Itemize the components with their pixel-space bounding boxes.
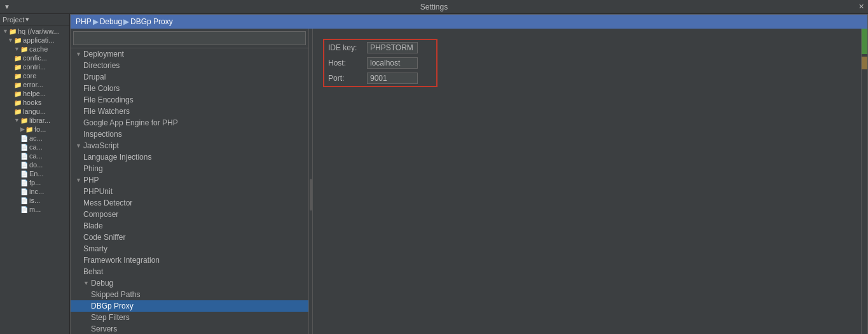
tree-item-core[interactable]: 📁 core xyxy=(0,71,69,80)
nav-item-label: PHP xyxy=(83,176,99,184)
tree-item-label: librar... xyxy=(29,116,50,124)
tree-item-inc[interactable]: 📄 inc... xyxy=(0,187,69,196)
tree-item-cache[interactable]: ▼ 📁 cache xyxy=(0,45,69,53)
nav-item-dbgp-proxy[interactable]: DBGp Proxy xyxy=(71,300,308,312)
tree-item-ac[interactable]: 📄 ac... xyxy=(0,134,69,143)
nav-item-behat[interactable]: Behat xyxy=(71,266,308,277)
nav-item-javascript[interactable]: ▼ JavaScript xyxy=(71,140,308,151)
nav-item-phpunit[interactable]: PHPUnit xyxy=(71,186,308,197)
nav-item-smarty[interactable]: Smarty xyxy=(71,243,308,254)
nav-item-drupal[interactable]: Drupal xyxy=(71,71,308,83)
nav-item-inspections[interactable]: Inspections xyxy=(71,129,308,140)
nav-item-google-app-engine[interactable]: Google App Engine for PHP xyxy=(71,117,308,129)
window-title: Settings xyxy=(420,3,448,11)
right-accent-bar xyxy=(861,29,867,334)
nav-item-label: JavaScript xyxy=(83,141,119,150)
folder-icon: 📁 xyxy=(20,46,28,53)
breadcrumb-debug: Debug xyxy=(100,17,122,26)
host-label: Host: xyxy=(328,59,363,67)
main-layout: Project ▾ ▼ 📁 hq (/var/ww... ▼ 📁 applica… xyxy=(0,14,868,334)
nav-item-label: Phing xyxy=(83,164,103,173)
nav-item-deployment[interactable]: ▼ Deployment xyxy=(71,48,308,60)
expand-icon: ▼ xyxy=(76,143,81,149)
nav-item-debug[interactable]: ▼ Debug xyxy=(71,277,308,289)
settings-dialog: PHP ▶ Debug ▶ DBGp Proxy 🔍 xyxy=(70,14,868,334)
nav-item-label: Language Injections xyxy=(83,153,151,162)
tree-item-ca2[interactable]: 📄 ca... xyxy=(0,151,69,160)
nav-item-directories[interactable]: Directories xyxy=(71,60,308,71)
tree-item-langu[interactable]: 📁 langu... xyxy=(0,107,69,116)
nav-item-label: File Watchers xyxy=(83,107,130,116)
tree-item-label: m... xyxy=(29,205,41,213)
tree-item-helpe[interactable]: 📁 helpe... xyxy=(0,89,69,98)
nav-item-label: Framework Integration xyxy=(83,256,160,265)
tree-item-do[interactable]: 📄 do... xyxy=(0,160,69,169)
nav-scrollbar[interactable] xyxy=(309,29,313,334)
project-label: Project xyxy=(3,16,24,24)
nav-item-servers[interactable]: Servers xyxy=(71,323,308,334)
nav-item-label: Debug xyxy=(91,279,113,288)
folder-icon: 📁 xyxy=(9,28,17,35)
nav-item-php[interactable]: ▼ PHP xyxy=(71,174,308,186)
tree-item-ca1[interactable]: 📄 ca... xyxy=(0,143,69,151)
nav-item-framework-integration[interactable]: Framework Integration xyxy=(71,254,308,266)
expand-arrow-icon: ▶ xyxy=(20,126,25,132)
search-wrapper: 🔍 xyxy=(73,31,306,45)
nav-tree: ▼ Deployment Directories Drupal File Col… xyxy=(71,48,308,334)
nav-item-phing[interactable]: Phing xyxy=(71,163,308,174)
collapse-controls: ▼ xyxy=(0,0,14,13)
nav-item-composer[interactable]: Composer xyxy=(71,209,308,220)
search-box: 🔍 xyxy=(71,29,308,48)
tree-item-en[interactable]: 📄 En... xyxy=(0,169,69,178)
ide-key-value[interactable]: PHPSTORM xyxy=(367,42,418,53)
nav-item-label: Composer xyxy=(83,210,118,219)
search-input[interactable] xyxy=(73,31,306,45)
host-value[interactable]: localhost xyxy=(367,57,418,69)
tree-item-label: cache xyxy=(29,45,48,53)
nav-item-label: Blade xyxy=(83,221,103,230)
nav-item-file-watchers[interactable]: File Watchers xyxy=(71,106,308,117)
file-icon: 📄 xyxy=(20,135,28,142)
nav-item-label: Mess Detector xyxy=(83,198,132,207)
project-dropdown[interactable]: Project ▾ xyxy=(3,15,29,24)
nav-item-mess-detector[interactable]: Mess Detector xyxy=(71,197,308,209)
nav-item-label: Inspections xyxy=(83,130,122,139)
nav-item-language-injections[interactable]: Language Injections xyxy=(71,151,308,163)
file-icon: 📄 xyxy=(20,162,28,169)
port-row: Port: 9001 xyxy=(324,71,436,86)
nav-item-skipped-paths[interactable]: Skipped Paths xyxy=(71,289,308,300)
collapse-button[interactable]: ▼ xyxy=(0,0,14,14)
tree-item-label: is... xyxy=(29,197,40,204)
tree-item-label: helpe... xyxy=(23,90,46,97)
tree-item-m[interactable]: 📄 m... xyxy=(0,205,69,214)
accent-block-green xyxy=(862,29,867,54)
tree-item-librar[interactable]: ▼ 📁 librar... xyxy=(0,116,69,125)
tree-item-label: error... xyxy=(23,81,43,88)
nav-item-blade[interactable]: Blade xyxy=(71,220,308,232)
tree-item-is[interactable]: 📄 is... xyxy=(0,196,69,205)
port-value[interactable]: 9001 xyxy=(367,73,418,84)
tree-item-fo[interactable]: ▶ 📁 fo... xyxy=(0,125,69,134)
nav-item-file-encodings[interactable]: File Encodings xyxy=(71,94,308,106)
tree-item-hooks[interactable]: 📁 hooks xyxy=(0,98,69,107)
breadcrumb: PHP ▶ Debug ▶ DBGp Proxy xyxy=(71,15,867,29)
tree-item-hq[interactable]: ▼ 📁 hq (/var/ww... xyxy=(0,27,69,36)
tree-item-fp[interactable]: 📄 fp... xyxy=(0,178,69,187)
close-button[interactable]: ✕ xyxy=(854,0,868,14)
nav-item-file-colors[interactable]: File Colors xyxy=(71,83,308,94)
nav-item-label: DBGp Proxy xyxy=(91,302,134,310)
folder-icon: 📁 xyxy=(25,126,33,133)
tree-item-appli[interactable]: ▼ 📁 applicati... xyxy=(0,36,69,45)
nav-item-code-sniffer[interactable]: Code Sniffer xyxy=(71,232,308,243)
tree-item-label: ac... xyxy=(29,134,43,142)
tree-item-label: hq (/var/ww... xyxy=(18,27,59,35)
nav-item-label: Step Filters xyxy=(91,313,130,322)
tree-item-error[interactable]: 📁 error... xyxy=(0,80,69,89)
tree-item-contri[interactable]: 📁 contri... xyxy=(0,62,69,71)
tree-item-label: En... xyxy=(29,170,44,177)
expand-arrow-icon: ▼ xyxy=(14,46,20,52)
nav-item-step-filters[interactable]: Step Filters xyxy=(71,312,308,323)
folder-icon: 📁 xyxy=(20,117,28,124)
settings-body: 🔍 ▼ Deployment Directories xyxy=(71,29,867,334)
tree-item-confic[interactable]: 📁 confic... xyxy=(0,53,69,62)
